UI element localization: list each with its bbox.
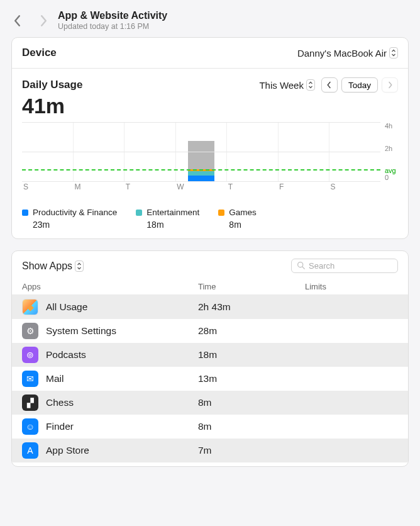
- usage-title-row: Daily Usage This Week Today: [12, 69, 408, 92]
- list-toolbar: Show Apps: [12, 251, 408, 279]
- legend-label: Games: [229, 208, 257, 217]
- app-name: All Usage: [46, 301, 87, 313]
- app-icon: ◆: [22, 299, 38, 315]
- legend-label: Productivity & Finance: [33, 208, 117, 217]
- table-header: Apps Time Limits: [12, 279, 408, 295]
- updown-icon: [306, 79, 315, 91]
- page-subtitle: Updated today at 1:16 PM: [58, 22, 167, 31]
- table-row[interactable]: ☺Finder8m: [12, 415, 408, 439]
- table-row[interactable]: ⚙System Settings28m: [12, 319, 408, 343]
- app-time: 2h 43m: [198, 301, 305, 313]
- device-row: Device Danny's MacBook Air: [12, 38, 408, 69]
- col-limits[interactable]: Limits: [305, 282, 398, 291]
- app-name: Chess: [46, 397, 74, 408]
- table-row[interactable]: ▞Chess8m: [12, 391, 408, 415]
- back-button[interactable]: [11, 15, 23, 26]
- next-period-button[interactable]: [382, 77, 398, 92]
- app-icon: ▞: [22, 394, 38, 411]
- legend-swatch: [218, 210, 224, 216]
- table-row[interactable]: ◆All Usage2h 43m: [12, 295, 408, 319]
- table-row[interactable]: AApp Store7m: [12, 439, 408, 462]
- legend-time: 8m: [218, 220, 257, 230]
- col-time[interactable]: Time: [198, 282, 305, 291]
- nav-arrows: [11, 15, 49, 26]
- app-icon: ✉: [22, 371, 38, 387]
- app-time: 28m: [198, 325, 305, 337]
- table-row[interactable]: ✉Mail13m: [12, 367, 408, 391]
- usage-controls: This Week Today: [259, 77, 398, 92]
- app-name: Finder: [46, 421, 74, 432]
- app-icon: ☺: [22, 418, 38, 435]
- app-name: System Settings: [46, 325, 116, 337]
- device-label: Device: [22, 47, 57, 59]
- svg-line-1: [302, 266, 304, 268]
- today-button[interactable]: Today: [341, 77, 378, 92]
- total-usage: 41m: [12, 92, 408, 122]
- app-time: 18m: [198, 349, 305, 361]
- show-apps-select[interactable]: Show Apps: [22, 260, 84, 272]
- search-input[interactable]: [309, 261, 409, 271]
- app-name: App Store: [46, 445, 89, 456]
- search-box[interactable]: [291, 259, 398, 273]
- updown-icon: [75, 260, 84, 272]
- table-body: ◆All Usage2h 43m⚙System Settings28m⊚Podc…: [12, 295, 408, 462]
- app-time: 7m: [198, 445, 305, 456]
- legend-swatch: [22, 210, 28, 216]
- apps-panel: Show Apps Apps Time Limits ◆All Usage2h …: [11, 250, 409, 467]
- usage-panel: Device Danny's MacBook Air Daily Usage T…: [11, 37, 409, 239]
- search-icon: [297, 260, 305, 272]
- table-row[interactable]: ⊚Podcasts18m: [12, 343, 408, 367]
- legend-label: Entertainment: [146, 208, 199, 217]
- show-apps-label: Show Apps: [22, 260, 72, 272]
- app-icon: ⚙: [22, 323, 38, 339]
- window-header: App & Website Activity Updated today at …: [0, 0, 420, 37]
- legend-time: 23m: [22, 220, 117, 230]
- legend-item: Productivity & Finance23m: [22, 208, 117, 230]
- app-icon: A: [22, 442, 38, 459]
- daily-usage-label: Daily Usage: [22, 79, 82, 91]
- col-apps[interactable]: Apps: [22, 282, 198, 291]
- forward-button[interactable]: [38, 15, 49, 26]
- today-label: Today: [348, 81, 371, 90]
- page-title: App & Website Activity: [58, 10, 167, 21]
- app-time: 8m: [198, 397, 305, 408]
- legend: Productivity & Finance23mEntertainment18…: [12, 198, 408, 238]
- app-name: Podcasts: [46, 349, 86, 361]
- range-value: This Week: [259, 80, 304, 91]
- device-select[interactable]: Danny's MacBook Air: [297, 47, 398, 59]
- legend-time: 18m: [136, 220, 199, 230]
- app-time: 8m: [198, 421, 305, 432]
- range-select[interactable]: This Week: [259, 79, 315, 91]
- app-time: 13m: [198, 373, 305, 384]
- legend-swatch: [136, 210, 142, 216]
- date-nav: Today: [321, 77, 398, 92]
- updown-icon: [389, 47, 398, 59]
- title-block: App & Website Activity Updated today at …: [58, 10, 167, 31]
- app-name: Mail: [46, 373, 64, 384]
- prev-period-button[interactable]: [321, 77, 338, 92]
- legend-item: Games8m: [218, 208, 257, 230]
- app-icon: ⊚: [22, 347, 38, 363]
- device-value: Danny's MacBook Air: [297, 48, 387, 59]
- usage-chart: SMTWTFS 4h2havg0: [12, 122, 408, 198]
- legend-item: Entertainment18m: [136, 208, 199, 230]
